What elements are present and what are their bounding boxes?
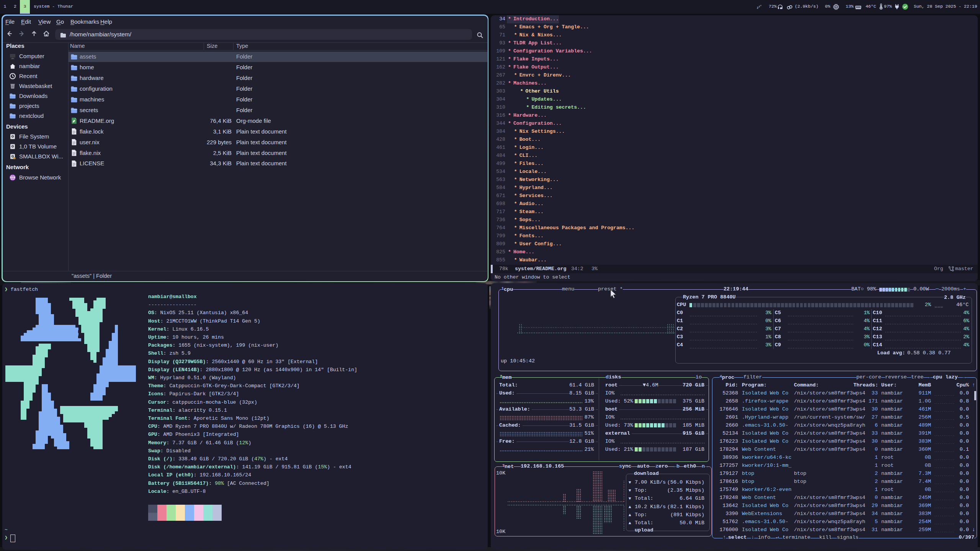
svg-text:z: z: [760, 4, 761, 7]
